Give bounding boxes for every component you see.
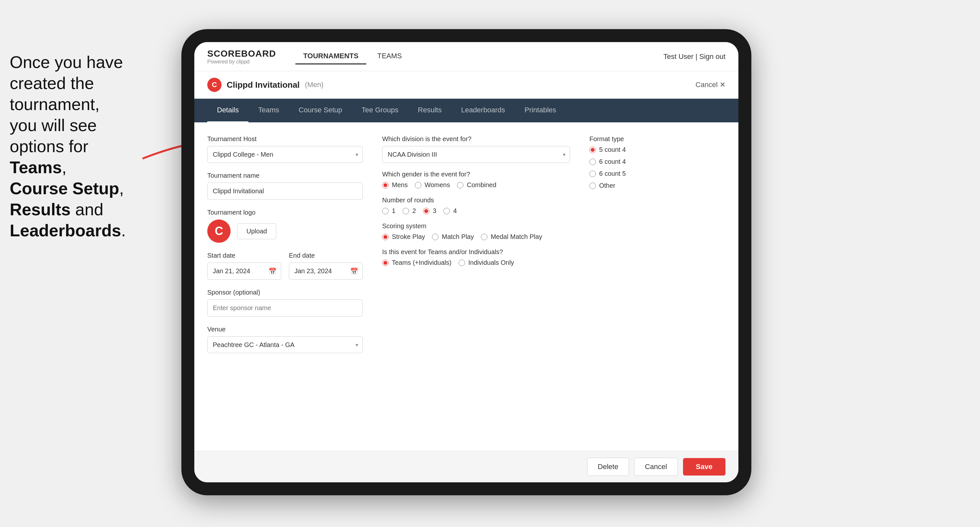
end-date-wrapper: 📅	[289, 262, 363, 280]
tab-results[interactable]: Results	[408, 99, 451, 122]
host-select[interactable]: Clippd College - Men	[207, 146, 363, 163]
rounds-2[interactable]: 2	[402, 207, 416, 214]
start-date-icon: 📅	[269, 267, 277, 275]
date-row: Start date 📅 End date 📅	[207, 252, 363, 280]
start-date-wrapper: 📅	[207, 262, 281, 280]
delete-button[interactable]: Delete	[587, 458, 629, 476]
format-6count5[interactable]: 6 count 5	[589, 170, 713, 178]
venue-group: Venue Peachtree GC - Atlanta - GA	[207, 325, 363, 353]
team-individuals-only[interactable]: Individuals Only	[458, 259, 514, 267]
gender-womens[interactable]: Womens	[415, 181, 450, 189]
scoring-match-play[interactable]: Match Play	[432, 233, 474, 241]
end-date-group: End date 📅	[289, 252, 363, 280]
sponsor-group: Sponsor (optional)	[207, 289, 363, 317]
intro-text: Once you have created the tournament, yo…	[0, 45, 149, 248]
start-date-group: Start date 📅	[207, 252, 281, 280]
scoring-label: Scoring system	[382, 222, 570, 230]
form-column-far-right: Format type 5 count 4 6 count 4 6 cou	[589, 135, 713, 438]
action-bar: Delete Cancel Save	[194, 451, 738, 483]
rounds-1[interactable]: 1	[382, 207, 395, 214]
gender-combined[interactable]: Combined	[457, 181, 496, 189]
scoring-radio-group: Stroke Play Match Play Medal Match Play	[382, 233, 570, 241]
sponsor-label: Sponsor (optional)	[207, 289, 363, 296]
end-date-icon: 📅	[350, 267, 358, 275]
tablet-screen: SCOREBOARD Powered by clippd TOURNAMENTS…	[194, 42, 738, 483]
name-input[interactable]	[207, 183, 363, 200]
user-sign-out[interactable]: Test User | Sign out	[663, 52, 725, 60]
logo-preview: C	[207, 219, 231, 243]
tab-bar: Details Teams Course Setup Tee Groups Re…	[194, 99, 738, 122]
division-group: Which division is the event for? NCAA Di…	[382, 135, 570, 163]
top-nav: SCOREBOARD Powered by clippd TOURNAMENTS…	[194, 42, 738, 71]
form-column-right: Which division is the event for? NCAA Di…	[382, 135, 570, 438]
host-select-wrapper: Clippd College - Men	[207, 146, 363, 163]
team-group: Is this event for Teams and/or Individua…	[382, 248, 570, 267]
save-button[interactable]: Save	[683, 458, 725, 476]
division-label: Which division is the event for?	[382, 135, 570, 143]
nav-tournaments[interactable]: TOURNAMENTS	[295, 49, 366, 64]
format-group: Format type 5 count 4 6 count 4 6 cou	[589, 135, 713, 189]
division-select[interactable]: NCAA Division III	[382, 146, 570, 163]
cancel-header-button[interactable]: Cancel ✕	[696, 81, 725, 89]
tab-tee-groups[interactable]: Tee Groups	[352, 99, 408, 122]
form-area: Tournament Host Clippd College - Men Tou…	[194, 122, 738, 451]
rounds-4[interactable]: 4	[443, 207, 457, 214]
rounds-label: Number of rounds	[382, 197, 570, 204]
tab-teams[interactable]: Teams	[248, 99, 289, 122]
tab-printables[interactable]: Printables	[515, 99, 566, 122]
venue-select[interactable]: Peachtree GC - Atlanta - GA	[207, 337, 363, 353]
team-teams-individuals[interactable]: Teams (+Individuals)	[382, 259, 452, 267]
name-label: Tournament name	[207, 172, 363, 179]
user-area: Test User | Sign out	[663, 52, 725, 61]
tournament-icon: C	[207, 78, 221, 92]
gender-radio-group: Mens Womens Combined	[382, 181, 570, 189]
team-radio-group: Teams (+Individuals) Individuals Only	[382, 259, 570, 267]
tab-course-setup[interactable]: Course Setup	[289, 99, 352, 122]
logo-label: Tournament logo	[207, 209, 363, 216]
format-radio-group: 5 count 4 6 count 4 6 count 5 Other	[589, 146, 713, 189]
upload-button[interactable]: Upload	[237, 223, 276, 239]
venue-label: Venue	[207, 325, 363, 333]
format-6count4[interactable]: 6 count 4	[589, 158, 713, 165]
rounds-group: Number of rounds 1 2 3	[382, 197, 570, 214]
venue-select-wrapper: Peachtree GC - Atlanta - GA	[207, 337, 363, 353]
logo-area: SCOREBOARD Powered by clippd	[207, 49, 276, 65]
format-5count4[interactable]: 5 count 4	[589, 146, 713, 154]
tablet-frame: SCOREBOARD Powered by clippd TOURNAMENTS…	[181, 29, 751, 495]
tournament-gender: (Men)	[305, 81, 323, 89]
division-select-wrapper: NCAA Division III	[382, 146, 570, 163]
logo-upload: C Upload	[207, 219, 363, 243]
gender-mens[interactable]: Mens	[382, 181, 408, 189]
gender-label: Which gender is the event for?	[382, 171, 570, 178]
nav-links: TOURNAMENTS TEAMS	[295, 49, 663, 64]
tournament-name: Clippd Invitational	[227, 80, 299, 90]
format-other[interactable]: Other	[589, 182, 713, 189]
scoring-group: Scoring system Stroke Play Match Play	[382, 222, 570, 241]
tournament-header: C Clippd Invitational (Men) Cancel ✕	[194, 71, 738, 99]
rounds-3[interactable]: 3	[423, 207, 436, 214]
cancel-button[interactable]: Cancel	[634, 458, 678, 476]
start-date-label: Start date	[207, 252, 281, 259]
team-label: Is this event for Teams and/or Individua…	[382, 248, 570, 256]
form-column-left: Tournament Host Clippd College - Men Tou…	[207, 135, 363, 438]
tab-details[interactable]: Details	[207, 99, 248, 122]
gender-group: Which gender is the event for? Mens Wome…	[382, 171, 570, 189]
scoring-stroke-play[interactable]: Stroke Play	[382, 233, 425, 241]
nav-teams[interactable]: TEAMS	[369, 49, 410, 64]
end-date-label: End date	[289, 252, 363, 259]
logo-sub: Powered by clippd	[207, 59, 276, 65]
host-label: Tournament Host	[207, 135, 363, 143]
rounds-radio-group: 1 2 3 4	[382, 207, 570, 214]
sponsor-input[interactable]	[207, 300, 363, 317]
logo-text: SCOREBOARD	[207, 49, 276, 59]
scoring-medal-match-play[interactable]: Medal Match Play	[481, 233, 542, 241]
logo-group: Tournament logo C Upload	[207, 209, 363, 243]
name-group: Tournament name	[207, 172, 363, 200]
host-group: Tournament Host Clippd College - Men	[207, 135, 363, 163]
tab-leaderboards[interactable]: Leaderboards	[452, 99, 515, 122]
format-label: Format type	[589, 135, 713, 143]
tournament-title-row: C Clippd Invitational (Men)	[207, 78, 323, 92]
